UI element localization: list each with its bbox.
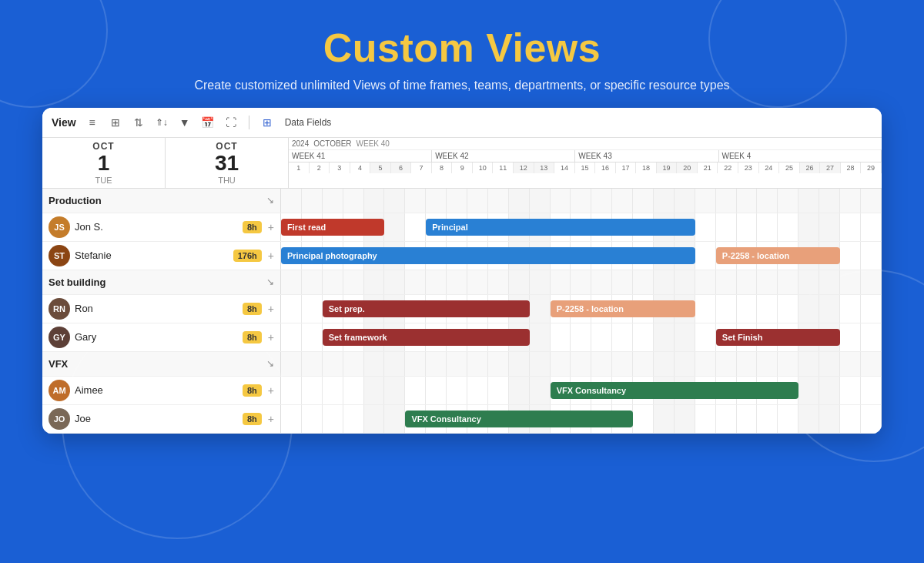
- date-oct31-month: OCT: [216, 141, 237, 152]
- person-row: JOJoe8h+VFX Consultancy: [42, 405, 882, 434]
- day-header-27: 27: [820, 163, 841, 173]
- hours-badge: 8h: [243, 221, 262, 233]
- day-header-15: 15: [575, 163, 596, 173]
- group-grid-cell: [488, 270, 509, 294]
- grid-cell: [302, 377, 323, 404]
- grid-cell: [695, 242, 716, 270]
- person-row: JSJon S.8h+First readPrincipal: [42, 213, 882, 242]
- grid-cell: [861, 377, 882, 404]
- calendar-icon[interactable]: 📅: [199, 114, 216, 131]
- grid-cell: [757, 213, 778, 241]
- group-grid-cell: [861, 189, 882, 213]
- menu-icon[interactable]: ≡: [84, 114, 101, 131]
- grid-cell: [405, 213, 426, 241]
- group-grid-cell: [302, 189, 323, 213]
- avatar: GY: [49, 327, 70, 348]
- day-header-21: 21: [698, 163, 718, 173]
- sort-icon[interactable]: ⇅: [130, 114, 147, 131]
- day-header-13: 13: [534, 163, 555, 173]
- group-grid-cell: [798, 352, 819, 376]
- day-header-20: 20: [677, 163, 698, 173]
- day-header-10: 10: [473, 163, 494, 173]
- data-fields-button[interactable]: Data Fields: [285, 117, 332, 128]
- gantt-bar: P-2258 - location: [716, 247, 840, 264]
- group-grid-cell: [633, 352, 654, 376]
- group-grid-cell: [778, 189, 798, 213]
- day-header-23: 23: [738, 163, 759, 173]
- group-grid-cell: [591, 189, 612, 213]
- hours-badge: 8h: [243, 413, 262, 425]
- calendar-area: OCT 1 TUE OCT 31 THU 2024 OCTOBER WEEK 4…: [42, 138, 882, 434]
- week-block: WEEK 42: [432, 150, 575, 162]
- group-grid-cell: [757, 189, 778, 213]
- group-grid-cell: [281, 270, 302, 294]
- day-header-22: 22: [718, 163, 738, 173]
- group-arrow-icon[interactable]: ↘: [266, 276, 274, 287]
- calendar-header: OCT 1 TUE OCT 31 THU 2024 OCTOBER WEEK 4…: [42, 138, 882, 189]
- grid-cell: [488, 377, 509, 404]
- day-header-14: 14: [554, 163, 575, 173]
- group-grid-cell: [364, 270, 385, 294]
- group-grid-cell: [343, 189, 364, 213]
- group-label: Set building: [49, 276, 105, 288]
- add-button[interactable]: +: [268, 384, 274, 397]
- group-grid-cell: [530, 189, 551, 213]
- group-grid-cell: [571, 270, 591, 294]
- group-label: Production: [49, 195, 102, 206]
- day-header-19: 19: [657, 163, 678, 173]
- group-grid-cell: [530, 270, 551, 294]
- grid-cell: [323, 405, 343, 433]
- grid-cell: [757, 295, 778, 323]
- group-arrow-icon[interactable]: ↘: [266, 358, 274, 369]
- add-button[interactable]: +: [268, 250, 274, 262]
- add-button[interactable]: +: [268, 221, 274, 233]
- day-header-8: 8: [432, 163, 453, 173]
- grid-cell: [778, 213, 798, 241]
- date-oct31: OCT 31 THU: [166, 138, 289, 188]
- add-button[interactable]: +: [268, 331, 274, 343]
- grid-cell: [654, 323, 675, 351]
- add-button[interactable]: +: [268, 413, 274, 425]
- group-grid-cell: [384, 352, 405, 376]
- group-grid-cell: [819, 352, 840, 376]
- grid-cell: [633, 405, 654, 433]
- gantt-container: Set prep.P-2258 - location: [281, 295, 882, 323]
- grid-cell: [612, 323, 633, 351]
- grid-cell: [281, 405, 302, 433]
- group-grid-cell: [654, 189, 675, 213]
- grid-cell: [695, 323, 716, 351]
- grid-icon[interactable]: ⊞: [107, 114, 124, 131]
- group-grid-cell: [571, 189, 591, 213]
- group-arrow-icon[interactable]: ↘: [266, 195, 274, 206]
- group-grid-cell: [405, 189, 426, 213]
- person-resource-cell: AMAimee8h+: [42, 377, 281, 404]
- group-resource-cell: VFX ↘: [42, 352, 281, 376]
- gantt-container: First readPrincipal: [281, 213, 882, 241]
- grid-cell: [530, 323, 551, 351]
- grid-cell: [737, 213, 758, 241]
- group-resource-cell: Set building ↘: [42, 270, 281, 294]
- add-button[interactable]: +: [268, 303, 274, 315]
- week-block: WEEK 41: [289, 150, 432, 162]
- person-resource-cell: JOJoe8h+: [42, 405, 281, 433]
- group-row: Set building ↘: [42, 270, 882, 295]
- grid-cell: [840, 213, 861, 241]
- grid-cell: [281, 295, 302, 323]
- expand-icon[interactable]: ⛶: [223, 114, 239, 131]
- filter-icon[interactable]: ▼: [176, 114, 193, 131]
- grid-cell: [302, 323, 323, 351]
- grid2-icon[interactable]: ⊞: [259, 114, 276, 131]
- group-row: Production ↘: [42, 189, 882, 213]
- group-grid-cell: [281, 352, 302, 376]
- group-grid-cell: [467, 189, 488, 213]
- group-grid: [281, 270, 882, 294]
- hours-badge: 8h: [243, 331, 262, 343]
- grid-cell: [778, 405, 798, 433]
- grid-cell: [384, 377, 405, 404]
- group-grid-cell: [364, 189, 385, 213]
- group-grid-cell: [861, 270, 882, 294]
- sort2-icon[interactable]: ⇑↓: [153, 114, 170, 131]
- person-name: Aimee: [75, 384, 238, 396]
- grid-cell: [571, 323, 591, 351]
- group-grid-cell: [757, 270, 778, 294]
